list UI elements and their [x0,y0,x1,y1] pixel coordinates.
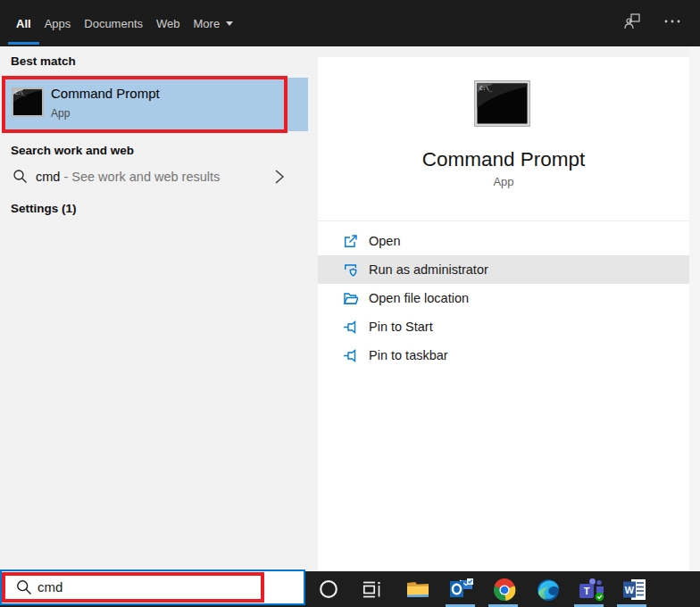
svg-text:W: W [625,585,635,595]
tab-documents[interactable]: Documents [84,0,143,46]
best-match-header: Best match [11,54,76,68]
search-icon [12,169,28,187]
action-pin-to-start[interactable]: Pin to Start [318,312,689,341]
tab-all[interactable]: All [16,0,31,46]
right-gutter [689,46,700,571]
divider [318,220,689,221]
settings-header: Settings (1) [11,202,77,215]
run-as-admin-icon [343,262,358,278]
search-web-header: Search work and web [11,144,134,157]
svg-text:T: T [584,586,590,596]
feedback-icon[interactable] [623,12,643,35]
web-suffix: - See work and web results [63,170,220,184]
svg-text:C:\_: C:\_ [479,85,493,92]
tab-web[interactable]: Web [156,0,180,46]
tab-more[interactable]: More [194,0,234,46]
preview-subtitle: App [318,175,689,188]
ellipsis-icon[interactable] [662,12,682,35]
action-open-file-location[interactable]: Open file location [318,284,689,312]
file-explorer-icon[interactable] [406,578,429,603]
pin-icon [343,320,358,335]
edge-icon[interactable] [537,578,560,605]
task-view-icon[interactable] [362,579,382,603]
web-search-result[interactable]: cmd - See work and web results [0,165,308,190]
action-open[interactable]: Open [318,227,689,255]
command-prompt-icon-large: C:\_ [474,80,530,130]
chevron-right-icon[interactable] [273,169,285,188]
filter-tabs: All Apps Documents Web More [16,0,233,46]
preview-panel: C:\_ Command Prompt App Open [318,57,689,571]
open-icon [343,234,358,249]
teams-icon[interactable]: T [579,578,605,605]
web-query: cmd [36,170,60,184]
annotation-box-search [2,572,264,603]
word-icon[interactable]: W [623,578,648,604]
action-run-as-administrator[interactable]: Run as administrator [318,255,689,284]
outlook-icon[interactable] [449,578,474,604]
search-top-bar: All Apps Documents Web More [0,0,700,46]
chevron-down-icon [226,21,233,26]
file-location-icon [343,291,358,306]
action-pin-to-taskbar[interactable]: Pin to taskbar [318,341,689,370]
preview-title: Command Prompt [318,148,689,171]
cortana-icon[interactable] [319,579,338,603]
annotation-box-best-match [2,76,288,133]
pin-icon [343,348,358,363]
chrome-icon[interactable] [493,578,516,605]
tab-apps[interactable]: Apps [45,0,71,46]
